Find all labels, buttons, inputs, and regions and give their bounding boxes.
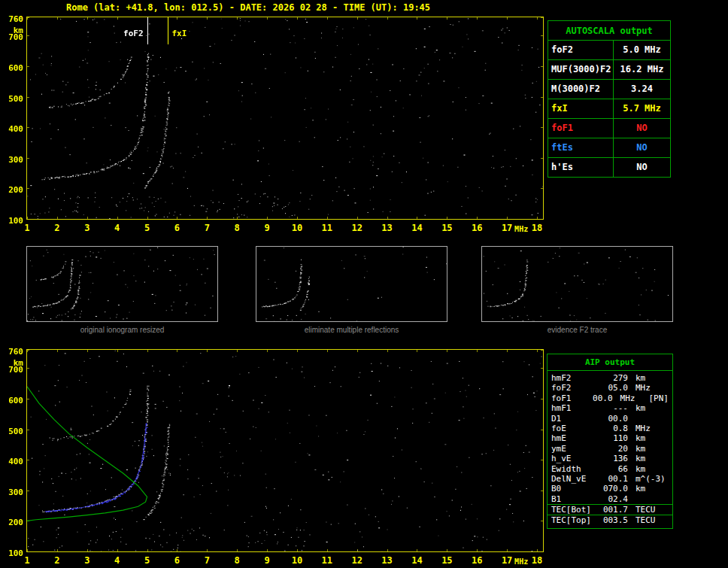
aip-param-unit: km: [628, 464, 666, 474]
aip-row: hmF1---km: [548, 403, 672, 413]
aip-output-table: AIP output hmF2279kmfoF205.0MHzfoF100.0M…: [547, 354, 673, 529]
x-tick-label: 13: [380, 555, 395, 566]
x-tick-label: 6: [169, 555, 184, 566]
autoscala-screen: Rome (lat: +41.8, lon: 012.5) - DATE: 20…: [0, 0, 728, 568]
aip-param-value: 279: [598, 373, 628, 383]
x-axis-unit-label: MHz: [514, 225, 528, 233]
aip-param-value: 00.1: [598, 474, 628, 484]
aip-param-value: 003.5: [598, 515, 628, 525]
x-tick-label: 10: [290, 555, 305, 566]
y-tick-label: 200: [2, 518, 23, 527]
autoscala-param-label: MUF(3000)F2: [548, 60, 614, 79]
autoscala-param-value: 5.0 MHz: [614, 41, 670, 59]
x-tick-label: 4: [110, 555, 125, 566]
y-tick-label: 760: [2, 347, 23, 357]
aip-param-unit: [628, 494, 666, 504]
aip-param-value: ---: [598, 403, 628, 413]
x-tick-label: 8: [229, 223, 244, 233]
thumbnail-caption-evidence: evidence F2 trace: [481, 326, 673, 334]
autoscala-param-label: foF1: [548, 119, 614, 138]
aip-param-value: 0.8: [598, 424, 628, 433]
thumbnail-evidence-f2-trace: [481, 246, 673, 322]
aip-param-label: foF2: [551, 383, 598, 393]
aip-row: foF100.0MHz[PN]: [548, 393, 672, 403]
x-tick-label: 9: [259, 555, 275, 566]
ionogram-canvas-bottom: [27, 350, 543, 551]
autoscala-output-table: AUTOSCALA output foF25.0 MHzMUF(3000)F21…: [548, 20, 671, 178]
x-tick-label: 2: [50, 555, 65, 566]
aip-table-rows: hmF2279kmfoF205.0MHzfoF100.0MHz[PN]hmF1-…: [548, 373, 672, 528]
aip-param-label: TEC[Bot]: [551, 505, 598, 515]
thumbnail-canvas-eliminate-reflections: [256, 247, 447, 321]
aip-param-unit: km: [628, 403, 666, 413]
autoscala-row: M(3000)F23.24: [548, 80, 670, 99]
aip-param-unit: MHz: [628, 424, 666, 433]
x-tick-label: 15: [439, 555, 454, 566]
y-tick-label: 200: [2, 185, 23, 195]
ionogram-plot-top: [26, 17, 544, 220]
x-tick-label: 16: [469, 223, 484, 233]
fof2-marker-label: foF2: [118, 29, 144, 38]
aip-param-value: 001.7: [598, 505, 628, 515]
autoscala-param-value: NO: [614, 158, 670, 177]
aip-param-unit: [628, 414, 666, 424]
aip-param-unit: MHz: [613, 393, 645, 403]
aip-row: Ewidth66km: [548, 464, 672, 474]
aip-param-unit: TECU: [628, 505, 666, 515]
x-tick-label: 9: [259, 223, 275, 233]
y-tick-label: 500: [2, 427, 23, 436]
autoscala-param-value: 3.24: [614, 80, 670, 99]
y-tick-label: 600: [2, 396, 23, 405]
aip-param-label: foF1: [551, 393, 589, 403]
aip-param-unit: km: [628, 484, 666, 494]
aip-param-value: 136: [598, 454, 628, 463]
x-tick-label: 2: [50, 223, 65, 233]
ionogram-canvas-top: [27, 17, 543, 219]
x-tick-label: 16: [469, 555, 484, 566]
aip-param-label: ymE: [551, 444, 598, 454]
autoscala-table-title: AUTOSCALA output: [548, 21, 670, 41]
y-tick-label: 400: [2, 457, 23, 466]
aip-param-value: 00.0: [589, 393, 613, 403]
aip-param-label: TEC[Top]: [551, 515, 598, 525]
aip-param-unit: km: [628, 433, 666, 443]
aip-row: hmE110km: [548, 433, 672, 443]
aip-row: TEC[Bot]001.7TECU: [548, 504, 672, 515]
y-tick-label: 400: [2, 124, 23, 134]
aip-param-value: 110: [598, 433, 628, 443]
x-axis-unit-label: MHz: [514, 557, 528, 566]
x-tick-label: 13: [380, 223, 395, 233]
x-tick-label: 6: [169, 223, 184, 233]
x-tick-label: 18: [529, 223, 544, 233]
x-tick-label: 7: [199, 223, 214, 233]
aip-param-unit: m^(-3): [628, 474, 666, 484]
aip-row: hmF2279km: [548, 373, 672, 383]
ionogram-plot-bottom: [26, 349, 544, 552]
aip-param-label: foE: [551, 424, 598, 433]
autoscala-row: MUF(3000)F216.2 MHz: [548, 60, 670, 80]
x-tick-label: 12: [350, 555, 365, 566]
autoscala-param-label: h'Es: [548, 158, 614, 177]
aip-param-label: Ewidth: [551, 464, 598, 474]
aip-param-unit: TECU: [628, 515, 666, 525]
autoscala-param-label: ftEs: [548, 138, 614, 157]
aip-param-value: 66: [598, 464, 628, 474]
autoscala-param-label: M(3000)F2: [548, 80, 614, 99]
fxi-marker-label: fxI: [171, 29, 187, 38]
x-tick-label: 11: [320, 555, 335, 566]
x-tick-label: 5: [140, 555, 155, 566]
x-tick-label: 17: [499, 555, 514, 566]
x-tick-label: 14: [409, 223, 424, 233]
autoscala-row: fxI5.7 MHz: [548, 99, 670, 119]
x-tick-label: 1: [20, 223, 35, 233]
y-tick-label: 300: [2, 488, 23, 497]
x-tick-label: 11: [320, 223, 335, 233]
x-tick-label: 3: [80, 223, 95, 233]
autoscala-row: h'EsNO: [548, 158, 670, 177]
x-tick-label: 12: [350, 223, 365, 233]
thumbnail-canvas-evidence-f2: [482, 247, 672, 321]
x-tick-label: 10: [290, 223, 305, 233]
autoscala-param-label: foF2: [548, 41, 614, 59]
y-tick-label: 300: [2, 155, 23, 165]
aip-param-label: B0: [551, 484, 598, 494]
